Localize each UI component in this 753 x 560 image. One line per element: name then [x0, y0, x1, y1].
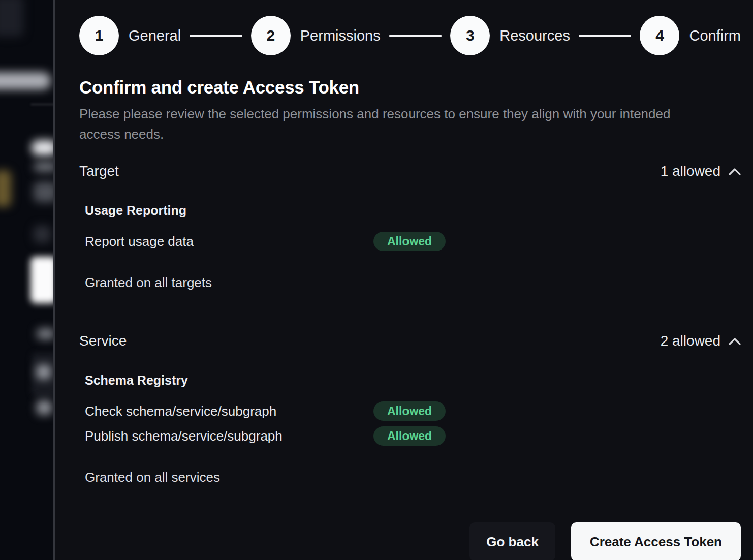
step-connector — [190, 35, 242, 37]
wizard-stepper: 1 General 2 Permissions 3 Resources 4 Co… — [79, 16, 741, 55]
background-blur-white-card — [30, 257, 53, 303]
allowed-count: 2 allowed — [661, 333, 720, 349]
step-permissions[interactable]: 2 Permissions — [251, 16, 381, 55]
background-blur-text — [37, 400, 52, 415]
allowed-count: 1 allowed — [661, 163, 720, 179]
step-label: Resources — [499, 27, 570, 44]
section-title: Service — [79, 333, 127, 349]
page-title: Confirm and create Access Token — [79, 77, 741, 98]
step-label: Permissions — [300, 27, 381, 44]
step-number-badge: 1 — [79, 16, 119, 55]
step-label: Confirm — [689, 27, 741, 44]
permission-group-schema-registry: Schema Registry Check schema/service/sub… — [85, 373, 741, 446]
background-blur-divider — [30, 104, 53, 105]
create-access-token-modal: 1 General 2 Permissions 3 Resources 4 Co… — [53, 0, 753, 560]
step-general[interactable]: 1 General — [79, 16, 181, 55]
background-blur-text — [34, 182, 53, 202]
step-label: General — [129, 27, 181, 44]
footer-divider — [79, 505, 741, 505]
chevron-up-icon — [729, 168, 741, 175]
step-number-badge: 2 — [251, 16, 291, 55]
step-confirm[interactable]: 4 Confirm — [640, 16, 741, 55]
section-collapse-toggle[interactable]: 2 allowed — [661, 333, 741, 349]
create-access-token-button[interactable]: Create Access Token — [571, 522, 741, 560]
step-connector — [579, 35, 632, 37]
section-divider — [79, 310, 741, 310]
background-blur-text — [37, 328, 53, 339]
background-blur-text — [37, 365, 51, 379]
step-number-badge: 3 — [450, 16, 490, 55]
status-badge-allowed: Allowed — [373, 401, 446, 421]
granted-note: Granted on all targets — [85, 275, 741, 291]
section-header-target: Target 1 allowed — [79, 163, 741, 179]
permission-row: Report usage data Allowed — [85, 232, 741, 251]
modal-footer: Go back Create Access Token — [79, 522, 741, 560]
page-description: Please please review the selected permis… — [79, 104, 704, 144]
section-collapse-toggle[interactable]: 1 allowed — [661, 163, 741, 179]
background-blur-heading — [0, 72, 51, 89]
permission-row: Check schema/service/subgraph Allowed — [85, 401, 741, 421]
background-blur-text — [34, 162, 53, 172]
background-blur-title — [32, 140, 53, 155]
background-blur-icon — [34, 226, 51, 243]
go-back-button[interactable]: Go back — [469, 522, 555, 560]
permission-group-usage-reporting: Usage Reporting Report usage data Allowe… — [85, 203, 741, 251]
status-badge-allowed: Allowed — [373, 232, 446, 251]
permission-label: Publish schema/service/subgraph — [85, 428, 373, 444]
granted-note: Granted on all services — [85, 470, 741, 485]
step-resources[interactable]: 3 Resources — [450, 16, 570, 55]
section-title: Target — [79, 163, 119, 179]
background-blur-accent — [0, 170, 11, 207]
step-connector — [389, 35, 442, 37]
chevron-up-icon — [729, 337, 741, 345]
permission-group-title: Usage Reporting — [85, 203, 741, 218]
permission-row: Publish schema/service/subgraph Allowed — [85, 426, 741, 446]
permission-label: Check schema/service/subgraph — [85, 403, 373, 419]
background-page-blurred — [0, 0, 53, 560]
step-number-badge: 4 — [640, 16, 679, 55]
permission-group-title: Schema Registry — [85, 373, 741, 388]
permission-label: Report usage data — [85, 234, 373, 250]
background-blur-card — [0, 0, 23, 37]
section-header-service: Service 2 allowed — [79, 333, 741, 349]
status-badge-allowed: Allowed — [373, 426, 446, 446]
